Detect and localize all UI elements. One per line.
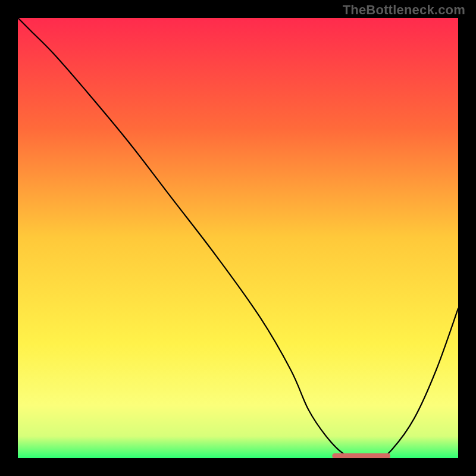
gradient-background bbox=[18, 18, 458, 458]
chart-svg bbox=[18, 18, 458, 458]
watermark: TheBottleneck.com bbox=[343, 2, 465, 18]
plot-area bbox=[18, 18, 458, 458]
chart-container: TheBottleneck.com bbox=[0, 0, 476, 476]
